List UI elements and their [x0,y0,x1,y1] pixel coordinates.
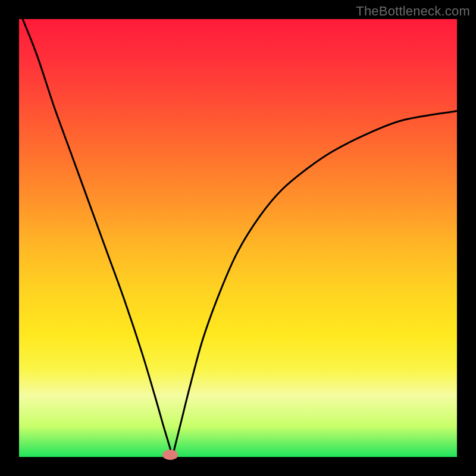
bottleneck-curve [19,19,457,457]
watermark-text: TheBottleneck.com [356,4,470,19]
chart-frame: TheBottleneck.com [0,0,476,476]
plot-area [19,19,457,457]
optimum-marker [162,450,178,459]
curve-svg [19,19,457,457]
